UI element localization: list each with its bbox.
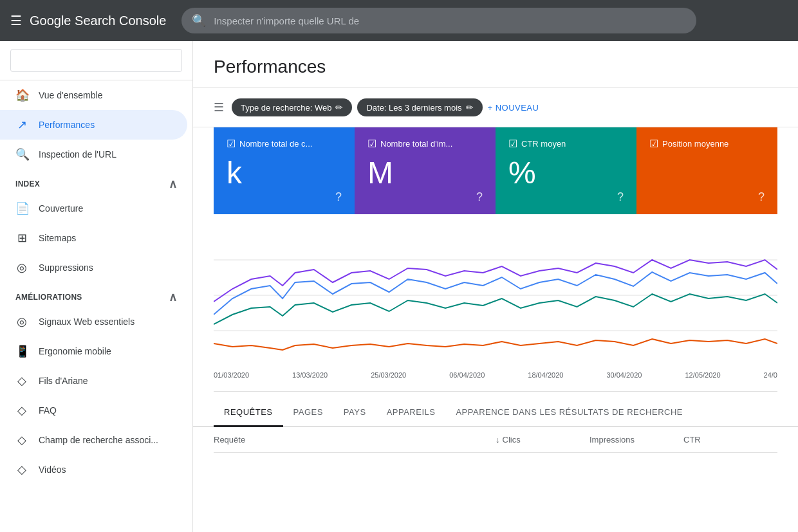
filter-icon: ☰ (214, 100, 224, 115)
filter-chip-date[interactable]: Date: Les 3 derniers mois ✏ (357, 98, 482, 116)
sidebar-item-couverture-label: Couverture (39, 203, 83, 214)
sidebar-item-sitemaps[interactable]: ⊞ Sitemaps (0, 223, 187, 253)
search-icon: 🔍 (192, 14, 206, 28)
sidebar-item-faq-label: FAQ (39, 405, 57, 416)
page-title: Performances (214, 57, 777, 77)
position-line (214, 339, 777, 350)
sitemaps-icon: ⊞ (15, 231, 28, 245)
sidebar-item-videos[interactable]: ◇ Vidéos (0, 455, 187, 484)
sidebar-section-index: Index ∧ (0, 169, 192, 194)
clics-checkbox-icon: ☑ (227, 138, 236, 150)
index-chevron-icon[interactable]: ∧ (169, 177, 177, 191)
sidebar-search-input[interactable] (10, 49, 182, 72)
metric-card-position[interactable]: ☑ Position moyenne ? (636, 127, 777, 214)
url-search-bar[interactable]: 🔍 (181, 8, 696, 33)
add-filter-plus-icon: + (488, 103, 493, 113)
search-input[interactable] (214, 15, 686, 26)
tab-apparence[interactable]: APPARENCE DANS LES RÉSULTATS DE RECHERCH… (445, 397, 693, 426)
metric-card-impressions-header: ☑ Nombre total d'im... (367, 138, 483, 150)
sidebar-item-fils-ariane[interactable]: ◇ Fils d'Ariane (0, 366, 187, 396)
menu-icon[interactable]: ☰ (10, 13, 22, 28)
metric-card-ctr[interactable]: ☑ CTR moyen % ? (496, 127, 636, 214)
metric-card-position-header: ☑ Position moyenne (649, 138, 765, 150)
metrics-row: ☑ Nombre total de c... k ? ☑ Nombre tota… (214, 127, 777, 214)
table-header: Requête ↓ Clics Impressions CTR (214, 427, 777, 453)
chart-label-1: 13/03/2020 (292, 371, 328, 379)
position-label: Position moyenne (662, 139, 728, 149)
add-filter-label: NOUVEAU (496, 103, 539, 113)
edit-search-type-icon: ✏ (335, 102, 343, 113)
position-checkbox-icon: ☑ (649, 138, 658, 150)
chart-label-6: 12/05/2020 (685, 371, 720, 379)
table-col-header-requete: Requête (214, 435, 496, 445)
sidebar-item-champ-label: Champ de recherche associ... (39, 435, 158, 445)
main-content: Performances ☰ Type de recherche: Web ✏ … (193, 41, 798, 532)
sidebar-item-champ-recherche[interactable]: ◇ Champ de recherche associ... (0, 425, 187, 455)
tab-pays[interactable]: PAYS (333, 397, 376, 426)
data-tabs: REQUÊTES PAGES PAYS APPAREILS APPARENCE … (193, 397, 798, 427)
ctr-line (214, 294, 777, 324)
sidebar-item-performances-label: Performances (39, 120, 95, 130)
filter-chip-search-type[interactable]: Type de recherche: Web ✏ (232, 98, 352, 116)
table-col-header-clics[interactable]: ↓ Clics (496, 435, 589, 445)
metric-card-clics[interactable]: ☑ Nombre total de c... k ? (214, 127, 355, 214)
position-value (649, 155, 765, 190)
chart-svg (214, 225, 777, 366)
sidebar-section-ameliorations: Améliorations ∧ (0, 282, 192, 307)
filter-chip-search-type-label: Type de recherche: Web (241, 103, 331, 113)
table-col-header-impressions: Impressions (589, 435, 683, 445)
chart-label-0: 01/03/2020 (214, 371, 249, 379)
sidebar-item-faq[interactable]: ◇ FAQ (0, 396, 187, 425)
clics-label: Nombre total de c... (239, 139, 312, 149)
sidebar-item-overview-label: Vue d'ensemble (39, 90, 102, 100)
sidebar-item-suppressions[interactable]: ◎ Suppressions (0, 253, 187, 282)
metric-card-clics-header: ☑ Nombre total de c... (227, 138, 342, 150)
clics-footer: ? (227, 190, 342, 204)
sidebar-item-overview[interactable]: 🏠 Vue d'ensemble (0, 80, 187, 110)
page-title-bar: Performances (193, 41, 798, 88)
ameliorations-section-label: Améliorations (15, 293, 82, 302)
impressions-checkbox-icon: ☑ (367, 138, 376, 150)
chart-label-2: 25/03/2020 (371, 371, 406, 379)
sort-down-icon: ↓ (496, 435, 500, 445)
performance-chart: 01/03/2020 13/03/2020 25/03/2020 06/04/2… (214, 225, 777, 392)
sidebar-item-suppressions-label: Suppressions (39, 262, 93, 273)
mobile-icon: 📱 (15, 344, 28, 358)
ctr-question-icon[interactable]: ? (617, 190, 624, 204)
sidebar-item-sitemaps-label: Sitemaps (39, 233, 76, 243)
impressions-question-icon[interactable]: ? (476, 190, 483, 204)
app-logo: Google Search Console (30, 14, 166, 28)
index-section-label: Index (15, 179, 40, 188)
sidebar-item-couverture[interactable]: 📄 Couverture (0, 194, 187, 223)
table-col-clics-label: Clics (503, 435, 521, 445)
filter-chip-date-label: Date: Les 3 derniers mois (366, 103, 461, 113)
sidebar-search-container (0, 41, 192, 80)
main-layout: 🏠 Vue d'ensemble ↗ Performances 🔍 Inspec… (0, 41, 798, 532)
coverage-icon: 📄 (15, 201, 28, 216)
sidebar-item-signaux-web[interactable]: ◎ Signaux Web essentiels (0, 307, 187, 336)
faq-icon: ◇ (15, 403, 28, 417)
sidebar-item-signaux-label: Signaux Web essentiels (39, 316, 135, 327)
sidebar-item-performances[interactable]: ↗ Performances (0, 110, 187, 140)
table-col-header-ctr: CTR (683, 435, 777, 445)
chart-label-7: 24/0 (764, 371, 777, 379)
videos-icon: ◇ (15, 463, 28, 477)
position-question-icon[interactable]: ? (758, 190, 765, 204)
filters-bar: ☰ Type de recherche: Web ✏ Date: Les 3 d… (193, 88, 798, 127)
suppressions-icon: ◎ (15, 261, 28, 275)
clics-question-icon[interactable]: ? (335, 190, 342, 204)
sidebar-item-url-inspection[interactable]: 🔍 Inspection de l'URL (0, 140, 187, 169)
tab-appareils[interactable]: APPAREILS (376, 397, 446, 426)
position-footer: ? (649, 190, 765, 204)
performance-icon: ↗ (15, 118, 28, 132)
tab-requetes[interactable]: REQUÊTES (214, 397, 283, 426)
impressions-label: Nombre total d'im... (380, 139, 452, 149)
edit-date-icon: ✏ (466, 102, 474, 113)
ameliorations-chevron-icon[interactable]: ∧ (169, 290, 177, 304)
chart-label-5: 30/04/2020 (606, 371, 642, 379)
add-filter-button[interactable]: + NOUVEAU (488, 103, 539, 113)
metric-card-impressions[interactable]: ☑ Nombre total d'im... M ? (355, 127, 496, 214)
tab-pages[interactable]: PAGES (283, 397, 333, 426)
sidebar-item-url-label: Inspection de l'URL (39, 149, 116, 160)
sidebar-item-ergonomie[interactable]: 📱 Ergonomie mobile (0, 336, 187, 366)
